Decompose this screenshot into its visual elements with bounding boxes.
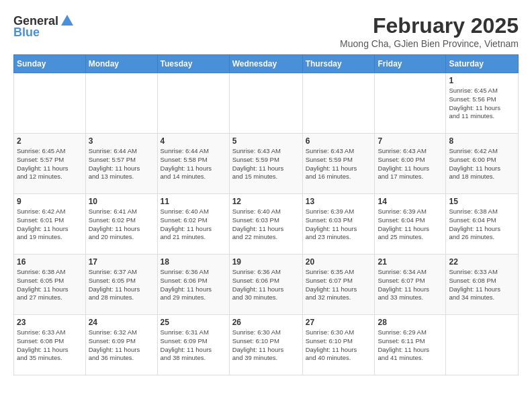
day-info: Sunrise: 6:30 AM Sunset: 6:10 PM Dayligh… [232, 328, 300, 363]
calendar-cell: 16Sunrise: 6:38 AM Sunset: 6:05 PM Dayli… [14, 255, 86, 315]
day-info: Sunrise: 6:34 AM Sunset: 6:07 PM Dayligh… [378, 268, 443, 302]
calendar-cell: 21Sunrise: 6:34 AM Sunset: 6:07 PM Dayli… [375, 255, 446, 315]
calendar-cell: 12Sunrise: 6:40 AM Sunset: 6:03 PM Dayli… [229, 194, 302, 255]
calendar-cell [14, 73, 86, 134]
weekday-header-wednesday: Wednesday [229, 55, 302, 73]
header: General Blue February 2025 Muong Cha, GJ… [13, 13, 519, 49]
day-number: 27 [306, 318, 372, 327]
calendar-cell: 11Sunrise: 6:40 AM Sunset: 6:02 PM Dayli… [157, 194, 229, 255]
day-info: Sunrise: 6:36 AM Sunset: 6:06 PM Dayligh… [232, 268, 300, 302]
calendar-cell: 19Sunrise: 6:36 AM Sunset: 6:06 PM Dayli… [229, 255, 302, 315]
calendar-table: SundayMondayTuesdayWednesdayThursdayFrid… [13, 54, 519, 375]
day-info: Sunrise: 6:39 AM Sunset: 6:03 PM Dayligh… [306, 208, 372, 242]
day-info: Sunrise: 6:33 AM Sunset: 6:08 PM Dayligh… [17, 328, 83, 363]
svg-marker-0 [61, 15, 73, 26]
day-info: Sunrise: 6:32 AM Sunset: 6:09 PM Dayligh… [89, 328, 154, 363]
weekday-header-friday: Friday [375, 55, 446, 73]
day-number: 7 [378, 136, 443, 146]
page-title: February 2025 [340, 13, 519, 38]
day-number: 10 [89, 197, 154, 206]
calendar-cell: 6Sunrise: 6:43 AM Sunset: 5:59 PM Daylig… [302, 134, 375, 194]
calendar-cell [446, 315, 519, 375]
calendar-cell: 27Sunrise: 6:30 AM Sunset: 6:10 PM Dayli… [302, 315, 375, 375]
day-number: 28 [378, 318, 443, 327]
week-row-1: 2Sunrise: 6:45 AM Sunset: 5:57 PM Daylig… [14, 134, 519, 194]
calendar-cell: 2Sunrise: 6:45 AM Sunset: 5:57 PM Daylig… [14, 134, 86, 194]
day-info: Sunrise: 6:45 AM Sunset: 5:56 PM Dayligh… [449, 87, 515, 121]
day-info: Sunrise: 6:36 AM Sunset: 6:06 PM Dayligh… [161, 268, 226, 302]
calendar-cell [85, 73, 157, 134]
day-number: 23 [17, 318, 83, 327]
calendar-cell: 28Sunrise: 6:29 AM Sunset: 6:11 PM Dayli… [375, 315, 446, 375]
day-number: 17 [89, 257, 154, 267]
day-number: 22 [449, 257, 515, 267]
day-info: Sunrise: 6:42 AM Sunset: 6:00 PM Dayligh… [449, 147, 515, 181]
logo-icon [60, 13, 75, 28]
day-info: Sunrise: 6:39 AM Sunset: 6:04 PM Dayligh… [378, 208, 443, 242]
week-row-4: 23Sunrise: 6:33 AM Sunset: 6:08 PM Dayli… [14, 315, 519, 375]
calendar-cell: 23Sunrise: 6:33 AM Sunset: 6:08 PM Dayli… [14, 315, 86, 375]
day-info: Sunrise: 6:43 AM Sunset: 6:00 PM Dayligh… [378, 147, 443, 181]
calendar-cell: 14Sunrise: 6:39 AM Sunset: 6:04 PM Dayli… [375, 194, 446, 255]
week-row-2: 9Sunrise: 6:42 AM Sunset: 6:01 PM Daylig… [14, 194, 519, 255]
day-info: Sunrise: 6:45 AM Sunset: 5:57 PM Dayligh… [17, 147, 83, 181]
day-number: 18 [161, 257, 226, 267]
day-number: 21 [378, 257, 443, 267]
calendar-cell [157, 73, 229, 134]
calendar-cell [375, 73, 446, 134]
calendar-cell: 25Sunrise: 6:31 AM Sunset: 6:09 PM Dayli… [157, 315, 229, 375]
calendar-cell: 9Sunrise: 6:42 AM Sunset: 6:01 PM Daylig… [14, 194, 86, 255]
day-number: 16 [17, 257, 83, 267]
day-number: 8 [449, 136, 515, 146]
weekday-header-thursday: Thursday [302, 55, 375, 73]
calendar-cell: 15Sunrise: 6:38 AM Sunset: 6:04 PM Dayli… [446, 194, 519, 255]
day-number: 24 [89, 318, 154, 327]
logo-blue-text: Blue [13, 26, 40, 40]
calendar-cell [229, 73, 302, 134]
title-area: February 2025 Muong Cha, GJien Bien Prov… [340, 13, 519, 49]
calendar-cell: 20Sunrise: 6:35 AM Sunset: 6:07 PM Dayli… [302, 255, 375, 315]
calendar-cell: 1Sunrise: 6:45 AM Sunset: 5:56 PM Daylig… [446, 73, 519, 134]
day-info: Sunrise: 6:44 AM Sunset: 5:58 PM Dayligh… [161, 147, 226, 181]
calendar-cell: 3Sunrise: 6:44 AM Sunset: 5:57 PM Daylig… [85, 134, 157, 194]
day-info: Sunrise: 6:41 AM Sunset: 6:02 PM Dayligh… [89, 208, 154, 242]
day-info: Sunrise: 6:35 AM Sunset: 6:07 PM Dayligh… [306, 268, 372, 302]
calendar-cell: 10Sunrise: 6:41 AM Sunset: 6:02 PM Dayli… [85, 194, 157, 255]
weekday-header-row: SundayMondayTuesdayWednesdayThursdayFrid… [14, 55, 519, 73]
day-info: Sunrise: 6:40 AM Sunset: 6:02 PM Dayligh… [161, 208, 226, 242]
calendar-cell: 18Sunrise: 6:36 AM Sunset: 6:06 PM Dayli… [157, 255, 229, 315]
day-info: Sunrise: 6:31 AM Sunset: 6:09 PM Dayligh… [161, 328, 226, 363]
day-info: Sunrise: 6:33 AM Sunset: 6:08 PM Dayligh… [449, 268, 515, 302]
day-number: 6 [306, 136, 372, 146]
day-info: Sunrise: 6:44 AM Sunset: 5:57 PM Dayligh… [89, 147, 154, 181]
calendar-cell: 4Sunrise: 6:44 AM Sunset: 5:58 PM Daylig… [157, 134, 229, 194]
day-number: 2 [17, 136, 83, 146]
calendar-cell: 24Sunrise: 6:32 AM Sunset: 6:09 PM Dayli… [85, 315, 157, 375]
week-row-3: 16Sunrise: 6:38 AM Sunset: 6:05 PM Dayli… [14, 255, 519, 315]
day-info: Sunrise: 6:42 AM Sunset: 6:01 PM Dayligh… [17, 208, 83, 242]
weekday-header-saturday: Saturday [446, 55, 519, 73]
calendar-cell: 8Sunrise: 6:42 AM Sunset: 6:00 PM Daylig… [446, 134, 519, 194]
calendar-cell [302, 73, 375, 134]
day-info: Sunrise: 6:30 AM Sunset: 6:10 PM Dayligh… [306, 328, 372, 363]
day-number: 4 [161, 136, 226, 146]
logo: General Blue [13, 13, 75, 40]
weekday-header-monday: Monday [85, 55, 157, 73]
day-number: 15 [449, 197, 515, 206]
day-number: 25 [161, 318, 226, 327]
day-info: Sunrise: 6:40 AM Sunset: 6:03 PM Dayligh… [232, 208, 300, 242]
day-number: 19 [232, 257, 300, 267]
day-info: Sunrise: 6:43 AM Sunset: 5:59 PM Dayligh… [306, 147, 372, 181]
day-number: 9 [17, 197, 83, 206]
calendar-cell: 26Sunrise: 6:30 AM Sunset: 6:10 PM Dayli… [229, 315, 302, 375]
day-info: Sunrise: 6:38 AM Sunset: 6:05 PM Dayligh… [17, 268, 83, 302]
weekday-header-tuesday: Tuesday [157, 55, 229, 73]
calendar-cell: 22Sunrise: 6:33 AM Sunset: 6:08 PM Dayli… [446, 255, 519, 315]
day-number: 11 [161, 197, 226, 206]
day-number: 3 [89, 136, 154, 146]
day-number: 14 [378, 197, 443, 206]
day-number: 1 [449, 76, 515, 85]
week-row-0: 1Sunrise: 6:45 AM Sunset: 5:56 PM Daylig… [14, 73, 519, 134]
day-info: Sunrise: 6:43 AM Sunset: 5:59 PM Dayligh… [232, 147, 300, 181]
calendar-cell: 7Sunrise: 6:43 AM Sunset: 6:00 PM Daylig… [375, 134, 446, 194]
